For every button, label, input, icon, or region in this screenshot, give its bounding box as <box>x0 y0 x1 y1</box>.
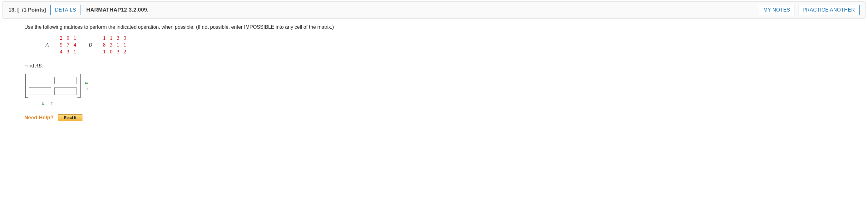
matrix-a-label: A = <box>45 42 54 48</box>
matrix-a-grid: 201974431 <box>59 35 77 55</box>
answer-cell-input[interactable] <box>29 87 51 95</box>
matrix-cell: 1 <box>109 35 113 41</box>
matrix-cell: 3 <box>116 49 120 55</box>
remove-row-arrow-icon[interactable]: ⇑ <box>48 101 55 106</box>
answer-cell-input[interactable] <box>29 77 51 84</box>
add-row-arrow-icon[interactable]: ⇓ <box>39 101 46 106</box>
find-expr: AB <box>36 63 42 68</box>
matrices-row: A = 201974431 B = 113083111032 <box>45 34 406 56</box>
find-suffix: . <box>41 63 43 68</box>
matrix-cell: 1 <box>123 42 127 48</box>
matrix-b-brackets: 113083111032 <box>100 34 129 56</box>
answer-brackets <box>25 74 81 98</box>
matrix-cell: 3 <box>66 49 70 55</box>
question-points: [–/1 Points] <box>17 7 46 13</box>
matrix-cell: 9 <box>59 42 63 48</box>
col-arrows: ⇐ ⇒ <box>83 81 90 91</box>
matrix-cell: 0 <box>109 49 113 55</box>
find-prompt: Find AB. <box>24 63 406 69</box>
matrix-a-brackets: 201974431 <box>57 34 79 56</box>
matrix-cell: 7 <box>66 42 70 48</box>
read-it-button[interactable]: Read It <box>58 114 83 121</box>
question-number: 13. [–/1 Points] <box>8 7 46 13</box>
question-header: 13. [–/1 Points] DETAILS HARMATHAP12 3.2… <box>2 1 866 19</box>
my-notes-button[interactable]: MY NOTES <box>759 5 795 15</box>
matrix-b-label: B = <box>89 42 97 48</box>
answer-cell-input[interactable] <box>54 77 77 84</box>
need-help-row: Need Help? Read It <box>24 114 406 121</box>
matrix-cell: 2 <box>123 49 127 55</box>
matrix-cell: 1 <box>73 49 77 55</box>
matrix-cell: 1 <box>116 42 120 48</box>
matrix-cell: 1 <box>73 35 77 41</box>
answer-row: ⇐ ⇒ <box>25 74 406 98</box>
matrix-b-grid: 113083111032 <box>102 35 127 55</box>
matrix-cell: 2 <box>59 35 63 41</box>
matrix-b-eq: B = 113083111032 <box>89 34 129 56</box>
remove-col-arrow-icon[interactable]: ⇐ <box>83 81 90 85</box>
need-help-label: Need Help? <box>24 115 54 121</box>
matrix-a-eq: A = 201974431 <box>45 34 79 56</box>
add-col-arrow-icon[interactable]: ⇒ <box>83 87 90 91</box>
matrix-cell: 0 <box>123 35 127 41</box>
instructions-text: Use the following matrices to perform th… <box>24 24 406 30</box>
details-button[interactable]: DETAILS <box>50 5 81 15</box>
practice-another-button[interactable]: PRACTICE ANOTHER <box>798 5 860 15</box>
matrix-cell: 3 <box>109 42 113 48</box>
matrix-cell: 8 <box>102 42 106 48</box>
find-prefix: Find <box>24 63 36 68</box>
matrix-cell: 4 <box>59 49 63 55</box>
question-content: Use the following matrices to perform th… <box>0 24 406 127</box>
matrix-cell: 0 <box>66 35 70 41</box>
row-arrows: ⇓ ⇑ <box>39 101 406 106</box>
assignment-id: HARMATHAP12 3.2.009. <box>87 7 149 13</box>
matrix-cell: 3 <box>116 35 120 41</box>
matrix-cell: 1 <box>102 35 106 41</box>
answer-grid <box>29 77 77 95</box>
answer-cell-input[interactable] <box>54 87 77 95</box>
question-number-value: 13. <box>8 7 16 13</box>
matrix-cell: 1 <box>102 49 106 55</box>
matrix-cell: 4 <box>73 42 77 48</box>
